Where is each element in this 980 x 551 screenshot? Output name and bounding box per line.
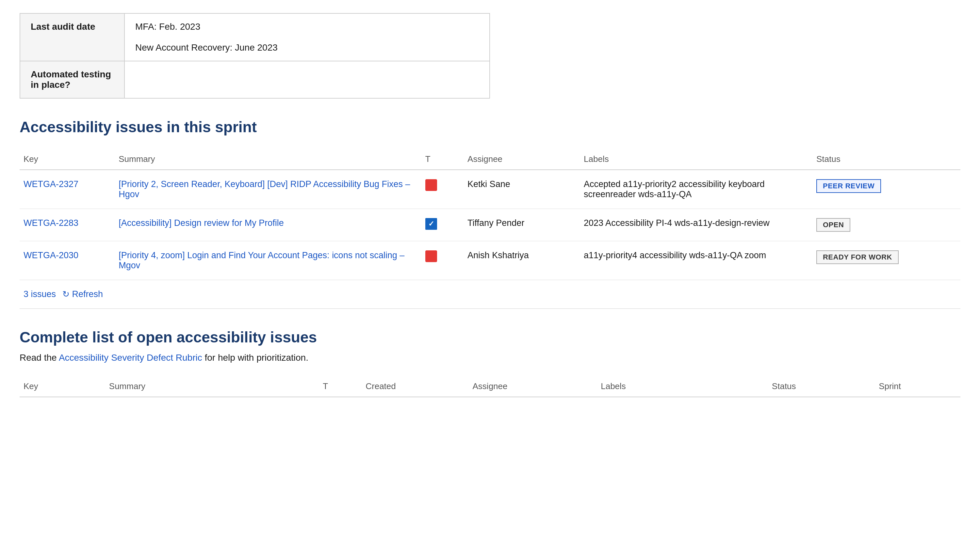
table-row: WETGA-2030 [Priority 4, zoom] Login and … xyxy=(20,241,960,280)
status-badge: PEER REVIEW xyxy=(816,179,881,193)
status-badge: READY FOR WORK xyxy=(816,250,899,264)
refresh-button[interactable]: ↻ Refresh xyxy=(62,289,103,299)
task-icon xyxy=(425,218,437,230)
issue-status: OPEN xyxy=(813,209,960,241)
col-header-type: T xyxy=(319,376,362,397)
complete-table-header-row: Key Summary T Created Assignee Labels St… xyxy=(20,376,960,397)
audit-table: Last audit date MFA: Feb. 2023New Accoun… xyxy=(20,13,490,98)
issue-assignee: Tiffany Pender xyxy=(463,209,580,241)
issue-summary-link[interactable]: [Priority 4, zoom] Login and Find Your A… xyxy=(119,250,404,270)
story-icon xyxy=(425,250,437,262)
issue-assignee: Anish Kshatriya xyxy=(463,241,580,280)
audit-label-automated: Automated testing in place? xyxy=(20,61,124,98)
col-header-key: Key xyxy=(20,376,105,397)
issue-count-link[interactable]: 3 issues xyxy=(24,289,56,299)
col-header-status: Status xyxy=(813,149,960,170)
refresh-icon: ↻ xyxy=(62,289,70,299)
col-header-assignee: Assignee xyxy=(469,376,597,397)
issue-status: PEER REVIEW xyxy=(813,170,960,209)
issue-key-link[interactable]: WETGA-2327 xyxy=(24,179,78,189)
issue-type xyxy=(422,170,463,209)
issue-summary: [Priority 2, Screen Reader, Keyboard] [D… xyxy=(115,170,421,209)
issues-footer: 3 issues ↻ Refresh xyxy=(20,280,960,309)
sprint-section-title: Accessibility issues in this sprint xyxy=(20,118,960,136)
issue-assignee: Ketki Sane xyxy=(463,170,580,209)
issue-key-link[interactable]: WETGA-2030 xyxy=(24,250,78,260)
read-line: Read the Accessibility Severity Defect R… xyxy=(20,353,960,363)
issue-key: WETGA-2283 xyxy=(20,209,115,241)
col-header-sprint: Sprint xyxy=(875,376,960,397)
issue-status: READY FOR WORK xyxy=(813,241,960,280)
col-header-type: T xyxy=(422,149,463,170)
issue-labels: a11y-priority4 accessibility wds-a11y-QA… xyxy=(580,241,813,280)
col-header-created: Created xyxy=(362,376,468,397)
audit-value-automated xyxy=(124,61,490,98)
complete-list-section: Complete list of open accessibility issu… xyxy=(20,329,960,397)
table-row: WETGA-2283 [Accessibility] Design review… xyxy=(20,209,960,241)
col-header-summary: Summary xyxy=(115,149,421,170)
col-header-status: Status xyxy=(768,376,875,397)
audit-value-last-audit: MFA: Feb. 2023New Account Recovery: June… xyxy=(124,13,490,61)
col-header-summary: Summary xyxy=(105,376,319,397)
sprint-issues-section: Accessibility issues in this sprint Key … xyxy=(20,118,960,309)
complete-section-title: Complete list of open accessibility issu… xyxy=(20,329,960,346)
issue-summary: [Accessibility] Design review for My Pro… xyxy=(115,209,421,241)
complete-issues-table: Key Summary T Created Assignee Labels St… xyxy=(20,376,960,397)
sprint-table-header-row: Key Summary T Assignee Labels Status xyxy=(20,149,960,170)
issue-key: WETGA-2327 xyxy=(20,170,115,209)
rubric-link[interactable]: Accessibility Severity Defect Rubric xyxy=(59,353,202,363)
col-header-labels: Labels xyxy=(597,376,768,397)
sprint-issues-table: Key Summary T Assignee Labels Status WET… xyxy=(20,149,960,280)
issue-type xyxy=(422,241,463,280)
issue-key-link[interactable]: WETGA-2283 xyxy=(24,218,78,228)
issue-summary-link[interactable]: [Priority 2, Screen Reader, Keyboard] [D… xyxy=(119,179,410,199)
issue-summary-link[interactable]: [Accessibility] Design review for My Pro… xyxy=(119,218,284,228)
table-row: WETGA-2327 [Priority 2, Screen Reader, K… xyxy=(20,170,960,209)
col-header-key: Key xyxy=(20,149,115,170)
issue-key: WETGA-2030 xyxy=(20,241,115,280)
issue-labels: Accepted a11y-priority2 accessibility ke… xyxy=(580,170,813,209)
issue-summary: [Priority 4, zoom] Login and Find Your A… xyxy=(115,241,421,280)
issue-labels: 2023 Accessibility PI-4 wds-a11y-design-… xyxy=(580,209,813,241)
story-icon xyxy=(425,179,437,191)
status-badge: OPEN xyxy=(816,218,850,232)
audit-row-automated: Automated testing in place? xyxy=(20,61,490,98)
audit-row-last-audit: Last audit date MFA: Feb. 2023New Accoun… xyxy=(20,13,490,61)
issue-type xyxy=(422,209,463,241)
col-header-labels: Labels xyxy=(580,149,813,170)
col-header-assignee: Assignee xyxy=(463,149,580,170)
audit-label-last-audit: Last audit date xyxy=(20,13,124,61)
